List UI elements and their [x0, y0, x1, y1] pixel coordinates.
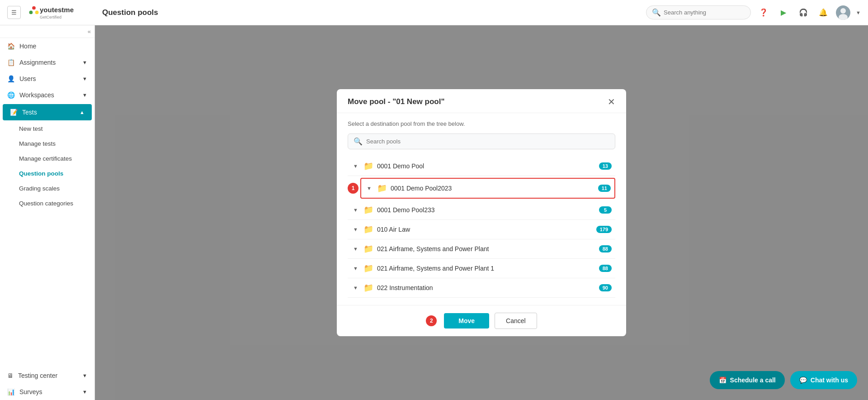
- manage-certs-label: Manage certificates: [19, 155, 72, 162]
- logo: youtestme GetCertified: [29, 5, 74, 20]
- close-modal-button[interactable]: ✕: [608, 97, 615, 106]
- folder-icon-5: 📁: [363, 244, 373, 254]
- sidebar-item-users[interactable]: 👤 Users ▼: [0, 71, 94, 87]
- menu-toggle[interactable]: ☰: [7, 6, 21, 19]
- chat-label: Chat with us: [811, 376, 848, 384]
- sidebar-label-surveys: Surveys: [19, 388, 42, 395]
- header: ☰ youtestme GetCertified Question pools …: [0, 0, 868, 25]
- sidebar-subitem-question-pools[interactable]: Question pools: [0, 166, 94, 181]
- sidebar-subitem-new-test[interactable]: New test: [0, 121, 94, 136]
- folder-icon-4: 📁: [363, 224, 373, 234]
- user-dropdown-arrow[interactable]: ▼: [856, 10, 861, 15]
- logo-icon: [29, 5, 39, 15]
- pool-chevron-5[interactable]: ▼: [351, 245, 360, 252]
- sidebar-subitem-manage-tests[interactable]: Manage tests: [0, 136, 94, 151]
- bell-icon[interactable]: 🔔: [816, 5, 830, 20]
- pool-name-6: 021 Airframe, Systems and Power Plant 1: [377, 265, 595, 272]
- pool-item-5[interactable]: ▼ 📁 021 Airframe, Systems and Power Plan…: [348, 239, 615, 259]
- workspaces-arrow: ▼: [82, 92, 87, 98]
- users-arrow: ▼: [82, 76, 87, 81]
- modal-overlay: Move pool - "01 New pool" ✕ Select a des…: [95, 25, 868, 400]
- folder-icon-6: 📁: [363, 263, 373, 273]
- folder-icon-2: 📁: [377, 183, 387, 193]
- pool-item-3[interactable]: ▼ 📁 0001 Demo Pool233 5: [348, 200, 615, 220]
- pool-badge-1: 13: [599, 162, 612, 170]
- header-actions: 🔍 ❓ ▶ 🎧 🔔 ▼: [646, 5, 861, 20]
- pool-chevron-7[interactable]: ▼: [351, 284, 360, 291]
- sidebar-item-tests[interactable]: 📝 Tests ▲: [3, 104, 92, 120]
- pool-badge-2: 11: [598, 185, 611, 192]
- search-pools-input[interactable]: [366, 138, 609, 145]
- manage-tests-label: Manage tests: [19, 140, 56, 147]
- sidebar-label-assignments: Assignments: [19, 59, 56, 66]
- sidebar-item-workspaces[interactable]: 🌐 Workspaces ▼: [0, 87, 94, 103]
- question-pools-label: Question pools: [19, 170, 63, 177]
- chat-icon: 💬: [799, 376, 807, 384]
- sidebar-collapse-area: «: [0, 25, 94, 38]
- sidebar-subitem-grading-scales[interactable]: Grading scales: [0, 181, 94, 196]
- pool-name-3: 0001 Demo Pool233: [377, 206, 595, 214]
- sidebar-item-home[interactable]: 🏠 Home: [0, 38, 94, 54]
- pool-chevron-3[interactable]: ▼: [351, 206, 360, 214]
- svg-point-1: [29, 10, 33, 14]
- help-icon[interactable]: ❓: [756, 5, 771, 20]
- avatar[interactable]: [836, 5, 850, 20]
- svg-point-4: [840, 8, 846, 14]
- modal-body: Select a destination pool from the tree …: [337, 113, 626, 305]
- pool-item-7[interactable]: ▼ 📁 022 Instrumentation 90: [348, 278, 615, 298]
- pool-item-2-wrapper: 1 ▼ 📁 0001 Demo Pool2023 11: [348, 176, 615, 200]
- modal-description: Select a destination pool from the tree …: [348, 120, 615, 127]
- sidebar-item-assignments[interactable]: 📋 Assignments ▼: [0, 54, 94, 71]
- move-button[interactable]: Move: [444, 313, 489, 329]
- headset-icon[interactable]: 🎧: [796, 5, 811, 20]
- sidebar-item-testing-center[interactable]: 🖥 Testing center ▼: [0, 367, 94, 384]
- testing-center-icon: 🖥: [7, 372, 14, 379]
- collapse-button[interactable]: «: [88, 28, 91, 35]
- pool-name-2: 0001 Demo Pool2023: [391, 185, 594, 192]
- pool-badge-3: 5: [599, 206, 612, 214]
- sidebar-item-surveys[interactable]: 📊 Surveys ▼: [0, 384, 94, 400]
- pool-chevron-4[interactable]: ▼: [351, 226, 360, 233]
- testing-center-arrow: ▼: [82, 373, 87, 378]
- sidebar-subitem-manage-certs[interactable]: Manage certificates: [0, 151, 94, 166]
- pool-item-6[interactable]: ▼ 📁 021 Airframe, Systems and Power Plan…: [348, 259, 615, 278]
- sidebar-label-users: Users: [19, 75, 36, 82]
- modal-title: Move pool - "01 New pool": [348, 97, 444, 106]
- tests-icon: 📝: [10, 109, 18, 116]
- folder-icon-3: 📁: [363, 205, 373, 215]
- move-pool-modal: Move pool - "01 New pool" ✕ Select a des…: [337, 89, 626, 336]
- modal-footer: 2 Move Cancel: [337, 305, 626, 336]
- schedule-call-button[interactable]: 📅 Schedule a call: [710, 371, 785, 389]
- pool-list: ▼ 📁 0001 Demo Pool 13 1 ▼ 📁 0001 Demo P: [348, 157, 615, 298]
- schedule-icon: 📅: [719, 376, 726, 384]
- sidebar-label-tests: Tests: [22, 109, 37, 116]
- global-search[interactable]: 🔍: [646, 5, 751, 19]
- pool-item-2[interactable]: ▼ 📁 0001 Demo Pool2023 11: [360, 178, 615, 199]
- play-icon[interactable]: ▶: [776, 5, 791, 20]
- content-area: Move pool - "01 New pool" ✕ Select a des…: [95, 25, 868, 400]
- step-badge-1: 1: [348, 183, 359, 194]
- sidebar: « 🏠 Home 📋 Assignments ▼ 👤 Users ▼ 🌐 Wor…: [0, 25, 95, 400]
- search-input[interactable]: [664, 9, 745, 16]
- bottom-action-buttons: 📅 Schedule a call 💬 Chat with us: [710, 371, 857, 389]
- pool-chevron-1[interactable]: ▼: [351, 162, 360, 170]
- chat-with-us-button[interactable]: 💬 Chat with us: [790, 371, 857, 389]
- pool-chevron-6[interactable]: ▼: [351, 265, 360, 272]
- new-test-label: New test: [19, 125, 43, 132]
- pool-name-7: 022 Instrumentation: [377, 284, 595, 291]
- folder-icon-7: 📁: [363, 283, 373, 293]
- logo-text: youtestme: [40, 6, 74, 14]
- pool-chevron-2[interactable]: ▼: [365, 185, 373, 192]
- tests-arrow: ▲: [80, 110, 85, 115]
- main-layout: « 🏠 Home 📋 Assignments ▼ 👤 Users ▼ 🌐 Wor…: [0, 25, 868, 400]
- pool-item-1[interactable]: ▼ 📁 0001 Demo Pool 13: [348, 157, 615, 176]
- cancel-button[interactable]: Cancel: [495, 313, 537, 329]
- sidebar-subitem-question-categories[interactable]: Question categories: [0, 196, 94, 211]
- sidebar-label-workspaces: Workspaces: [19, 91, 54, 99]
- pool-name-4: 010 Air Law: [377, 226, 593, 233]
- search-pools-container[interactable]: 🔍: [348, 133, 615, 149]
- modal-header: Move pool - "01 New pool" ✕: [337, 89, 626, 113]
- pool-item-4[interactable]: ▼ 📁 010 Air Law 179: [348, 220, 615, 239]
- page-title: Question pools: [102, 8, 158, 17]
- pool-badge-7: 90: [599, 284, 612, 291]
